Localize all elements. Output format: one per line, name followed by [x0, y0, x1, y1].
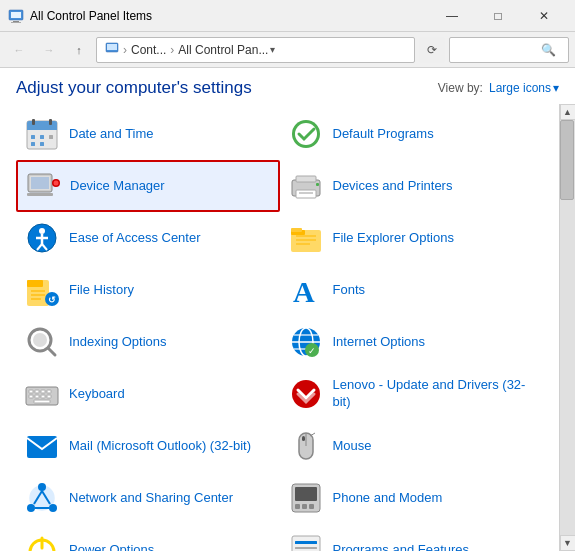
devices-printers-icon	[287, 167, 325, 205]
grid-item-power-options[interactable]: Power Options	[16, 524, 280, 551]
grid-item-default-programs[interactable]: Default Programs	[280, 108, 544, 160]
svg-rect-3	[11, 22, 21, 23]
mail-label: Mail (Microsoft Outlook) (32-bit)	[69, 438, 251, 455]
grid-item-mail[interactable]: Mail (Microsoft Outlook) (32-bit)	[16, 420, 280, 472]
mouse-label: Mouse	[333, 438, 372, 455]
svg-rect-15	[40, 142, 44, 146]
forward-button[interactable]: →	[36, 37, 62, 63]
keyboard-label: Keyboard	[69, 386, 125, 403]
svg-point-30	[39, 228, 45, 234]
svg-rect-65	[35, 395, 39, 398]
title-bar-title: All Control Panel Items	[30, 9, 429, 23]
grid-item-network-sharing[interactable]: Network and Sharing Center	[16, 472, 280, 524]
svg-rect-83	[295, 487, 317, 501]
fonts-label: Fonts	[333, 282, 366, 299]
svg-line-51	[48, 348, 55, 355]
items-area: Date and TimeDefault ProgramsDevice Mana…	[0, 104, 575, 551]
svg-rect-9	[32, 119, 35, 125]
svg-text:✓: ✓	[308, 346, 316, 356]
ease-access-icon	[23, 219, 61, 257]
svg-rect-5	[107, 44, 117, 50]
grid-item-phone-modem[interactable]: Phone and Modem	[280, 472, 544, 524]
svg-rect-14	[31, 142, 35, 146]
svg-rect-28	[299, 192, 313, 194]
grid-item-keyboard[interactable]: Keyboard	[16, 368, 280, 420]
svg-rect-66	[41, 395, 45, 398]
close-button[interactable]: ✕	[521, 0, 567, 32]
grid-item-mouse[interactable]: Mouse	[280, 420, 544, 472]
svg-rect-42	[27, 280, 43, 287]
content-header: Adjust your computer's settings View by:…	[0, 68, 575, 104]
scrollbar: ▲ ▼	[559, 104, 575, 551]
svg-rect-11	[31, 135, 35, 139]
svg-rect-85	[302, 504, 307, 509]
file-explorer-icon	[287, 219, 325, 257]
svg-rect-27	[316, 183, 319, 186]
grid-item-internet-options[interactable]: ✓Internet Options	[280, 316, 544, 368]
search-icon: 🔍	[541, 43, 556, 57]
view-by-option[interactable]: Large icons ▾	[489, 81, 559, 95]
search-input[interactable]	[456, 43, 541, 57]
power-options-label: Power Options	[69, 542, 154, 551]
scroll-thumb[interactable]	[560, 120, 574, 200]
default-programs-label: Default Programs	[333, 126, 434, 143]
programs-features-label: Programs and Features	[333, 542, 470, 551]
grid-item-lenovo[interactable]: Lenovo - Update and Drivers (32-bit)	[280, 368, 544, 420]
grid-item-programs-features[interactable]: Programs and Features	[280, 524, 544, 551]
svg-point-77	[27, 504, 35, 512]
svg-rect-37	[291, 228, 302, 232]
view-by-control: View by: Large icons ▾	[438, 81, 559, 95]
grid-item-devices-printers[interactable]: Devices and Printers	[280, 160, 544, 212]
svg-rect-39	[296, 239, 316, 241]
file-explorer-label: File Explorer Options	[333, 230, 454, 247]
default-programs-icon	[287, 115, 325, 153]
svg-point-78	[49, 504, 57, 512]
svg-point-50	[33, 333, 47, 347]
refresh-button[interactable]: ⟳	[419, 37, 445, 63]
file-history-icon: ↺	[23, 271, 61, 309]
scroll-up-button[interactable]: ▲	[560, 104, 576, 120]
programs-features-icon	[287, 531, 325, 551]
view-by-label: View by:	[438, 81, 483, 95]
ease-access-label: Ease of Access Center	[69, 230, 201, 247]
breadcrumb: › Cont... › All Control Pan... ▾	[105, 41, 275, 58]
svg-rect-38	[296, 235, 316, 237]
title-bar: All Control Panel Items — □ ✕	[0, 0, 575, 32]
svg-rect-44	[31, 294, 45, 296]
grid-item-date-time[interactable]: Date and Time	[16, 108, 280, 160]
maximize-button[interactable]: □	[475, 0, 521, 32]
svg-text:↺: ↺	[48, 295, 56, 305]
svg-rect-62	[41, 390, 45, 393]
address-box[interactable]: › Cont... › All Control Pan... ▾	[96, 37, 415, 63]
svg-rect-21	[27, 193, 53, 196]
svg-rect-63	[47, 390, 51, 393]
grid-item-file-explorer[interactable]: File Explorer Options	[280, 212, 544, 264]
back-button[interactable]: ←	[6, 37, 32, 63]
main-content: Adjust your computer's settings View by:…	[0, 68, 575, 551]
view-by-chevron-icon: ▾	[553, 81, 559, 95]
grid-item-ease-access[interactable]: Ease of Access Center	[16, 212, 280, 264]
minimize-button[interactable]: —	[429, 0, 475, 32]
svg-rect-67	[47, 395, 51, 398]
power-options-icon	[23, 531, 61, 551]
svg-rect-70	[27, 436, 57, 458]
up-button[interactable]: ↑	[66, 37, 92, 63]
grid-item-indexing[interactable]: Indexing Options	[16, 316, 280, 368]
svg-rect-73	[302, 436, 305, 441]
svg-text:A: A	[293, 275, 315, 308]
svg-rect-8	[27, 127, 57, 130]
address-bar: ← → ↑ › Cont... › All Control Pan... ▾ ⟳…	[0, 32, 575, 68]
search-box[interactable]: 🔍	[449, 37, 569, 63]
svg-rect-91	[295, 547, 317, 549]
devices-printers-label: Devices and Printers	[333, 178, 453, 195]
grid-item-file-history[interactable]: ↺File History	[16, 264, 280, 316]
svg-rect-64	[29, 395, 33, 398]
svg-rect-90	[295, 541, 317, 544]
breadcrumb-icon	[105, 41, 119, 58]
scroll-down-button[interactable]: ▼	[560, 535, 576, 551]
grid-item-device-manager[interactable]: Device Manager	[16, 160, 280, 212]
grid-item-fonts[interactable]: AFonts	[280, 264, 544, 316]
mouse-icon	[287, 427, 325, 465]
indexing-label: Indexing Options	[69, 334, 167, 351]
device-manager-label: Device Manager	[70, 178, 165, 195]
